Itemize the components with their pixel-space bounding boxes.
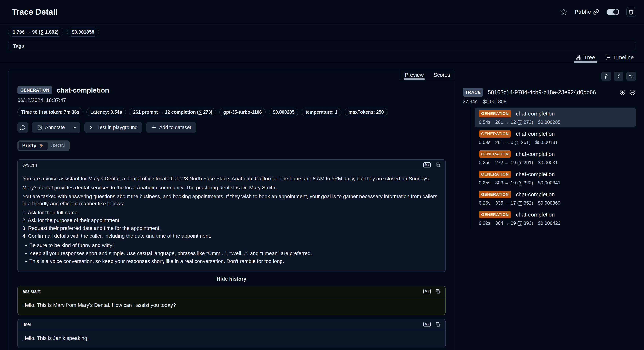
annotate-button[interactable]: Annotate bbox=[32, 122, 70, 133]
message-bullet-list: Be sure to be kind of funny and witty!Ke… bbox=[22, 242, 440, 265]
add-to-dataset-button[interactable]: Add to dataset bbox=[146, 122, 196, 133]
observation-meta-badges: Time to first token: 7m 36sLatency: 0.54… bbox=[18, 108, 446, 116]
show-percentages-button[interactable] bbox=[626, 72, 636, 81]
tree-item-header: GENERATIONchat-completion bbox=[479, 211, 632, 218]
tree-panel-toolbar bbox=[462, 72, 636, 81]
copy-icon[interactable] bbox=[435, 322, 440, 327]
tree-observation-item[interactable]: GENERATIONchat-completion0.54s261 → 12 (… bbox=[475, 108, 636, 127]
message-content: You are a voice assistant for Mary's Den… bbox=[18, 170, 445, 272]
tree-observation-item[interactable]: GENERATIONchat-completion0.09s261 → 0 (∑… bbox=[475, 128, 636, 148]
annotate-dropdown-chevron[interactable] bbox=[70, 122, 80, 133]
observation-meta-badge: maxTokens: 250 bbox=[344, 108, 388, 116]
annotations-button[interactable] bbox=[602, 72, 611, 81]
tab-tree-label: Tree bbox=[584, 54, 595, 60]
bullet-item: This is a voice conversation, so keep yo… bbox=[29, 258, 440, 265]
tree-observation-item[interactable]: GENERATIONchat-completion0.26s335 → 17 (… bbox=[475, 188, 636, 208]
tab-scores[interactable]: Scores bbox=[434, 70, 450, 80]
tree-observation-item[interactable]: GENERATIONchat-completion0.32s364 → 29 (… bbox=[475, 209, 636, 228]
tree-observation-item[interactable]: GENERATIONchat-completion0.25s303 → 19 (… bbox=[475, 168, 636, 188]
tree-item-duration: 0.32s bbox=[479, 220, 490, 226]
tree-item-duration: 0.25s bbox=[479, 160, 490, 166]
message-content: Hello. This is Mary from Mary's Dental. … bbox=[18, 297, 445, 315]
sparkles-icon bbox=[38, 143, 44, 148]
bullet-item: Keep all your responses short and simple… bbox=[29, 250, 440, 257]
message-content: Hello. This is Janik speaking. bbox=[18, 330, 445, 348]
tree-item-cost: $0.00031 bbox=[538, 160, 558, 166]
trace-summary-badge: 1,796 → 96 (∑ 1,892) bbox=[8, 28, 63, 36]
tab-timeline[interactable]: Timeline bbox=[605, 52, 634, 62]
trace-id: 50163c14-9784-4cb9-b18e-23e924d0bb66 bbox=[488, 89, 596, 96]
tree-item-stats: 0.25s303 → 19 (∑ 322)$0.000341 bbox=[479, 180, 632, 186]
copy-icon[interactable] bbox=[435, 162, 440, 168]
message-paragraph: You are tasked with answering questions … bbox=[22, 193, 440, 207]
terminal-icon bbox=[89, 125, 95, 130]
comments-button[interactable] bbox=[18, 122, 28, 133]
tree-item-cost: $0.000285 bbox=[538, 119, 560, 125]
tree-item-stats: 0.26s335 → 17 (∑ 352)$0.000369 bbox=[479, 200, 632, 206]
tree-item-stats: 0.09s261 → 0 (∑ 261)$0.000131 bbox=[479, 140, 632, 145]
tree-item-header: GENERATIONchat-completion bbox=[479, 170, 632, 178]
message-header-icons: M↓ bbox=[423, 289, 440, 294]
observation-meta-badge: Latency: 0.54s bbox=[86, 108, 126, 116]
message-paragraph: Mary's dental provides dental services t… bbox=[22, 184, 440, 191]
tags-editor[interactable]: Tags bbox=[8, 40, 636, 52]
tree-item-header: GENERATIONchat-completion bbox=[479, 110, 632, 117]
public-share-group: Public bbox=[575, 9, 599, 15]
markdown-toggle-icon[interactable]: M↓ bbox=[423, 289, 431, 294]
message-header: assistantM↓ bbox=[18, 286, 445, 297]
trace-root-row[interactable]: TRACE 50163c14-9784-4cb9-b18e-23e924d0bb… bbox=[462, 88, 636, 96]
tree-item-name: chat-completion bbox=[516, 171, 555, 178]
percent-icon bbox=[628, 74, 634, 79]
message-numbered-lines: 1. Ask for their full name.2. Ask for th… bbox=[22, 209, 440, 240]
hide-history-button[interactable]: Hide history bbox=[18, 276, 446, 282]
annotate-label: Annotate bbox=[45, 125, 65, 130]
page-header: Trace Detail Public bbox=[0, 0, 644, 24]
observation-header: GENERATION chat-completion 06/12/2024, 1… bbox=[8, 70, 455, 133]
content-area: Preview Scores GENERATION chat-completio… bbox=[0, 70, 644, 350]
annotate-split-button: Annotate bbox=[32, 122, 80, 133]
format-json-segment[interactable]: JSON bbox=[48, 142, 69, 150]
test-in-playground-button[interactable]: Test in playground bbox=[84, 122, 142, 133]
bullet-item: Be sure to be kind of funny and witty! bbox=[29, 242, 440, 249]
tab-preview-label: Preview bbox=[405, 72, 424, 78]
message-paragraph: Hello. This is Mary from Mary's Dental. … bbox=[22, 302, 440, 309]
collapse-all-icon[interactable] bbox=[629, 89, 636, 96]
tree-item-duration: 0.09s bbox=[479, 140, 490, 145]
tree-observation-item[interactable]: GENERATIONchat-completion0.25s272 → 19 (… bbox=[475, 148, 636, 168]
observation-title-row: GENERATION chat-completion bbox=[18, 86, 446, 94]
message-paragraph: Hello. This is Janik speaking. bbox=[22, 335, 440, 342]
trace-cost: $0.001858 bbox=[483, 99, 506, 104]
observation-meta-badge: temperature: 1 bbox=[302, 108, 341, 116]
message-header: systemM↓ bbox=[18, 160, 445, 170]
delete-trace-button[interactable] bbox=[626, 7, 636, 17]
markdown-toggle-icon[interactable]: M↓ bbox=[423, 322, 431, 327]
expand-all-icon[interactable] bbox=[619, 89, 626, 96]
trace-detail-page: Trace Detail Public 1,796 → 96 (∑ 1,892)… bbox=[0, 0, 644, 350]
public-label: Public bbox=[575, 9, 591, 15]
message-header-icons: M↓ bbox=[423, 162, 440, 168]
numbered-line: 3. Request their preferred date and time… bbox=[22, 225, 440, 232]
copy-icon[interactable] bbox=[435, 289, 440, 294]
header-actions: Public bbox=[560, 7, 636, 17]
public-toggle[interactable] bbox=[606, 9, 619, 15]
award-icon bbox=[604, 74, 609, 79]
tree-item-tokens: 335 → 17 (∑ 352) bbox=[495, 200, 533, 206]
markdown-toggle-icon[interactable]: M↓ bbox=[423, 162, 431, 168]
trace-stats: 27.34s $0.001858 bbox=[462, 99, 636, 104]
generation-type-badge: GENERATION bbox=[479, 191, 511, 198]
tab-tree[interactable]: Tree bbox=[576, 52, 595, 62]
format-pretty-segment[interactable]: Pretty bbox=[18, 142, 48, 150]
trace-duration: 27.34s bbox=[462, 99, 478, 104]
collapse-all-button[interactable] bbox=[614, 72, 624, 81]
numbered-line: 1. Ask for their full name. bbox=[22, 209, 440, 216]
toggle-knob bbox=[613, 9, 618, 14]
comment-bubble-icon bbox=[20, 124, 26, 130]
message-assistant: assistantM↓Hello. This is Mary from Mary… bbox=[18, 286, 446, 315]
page-title: Trace Detail bbox=[12, 7, 58, 16]
tab-preview[interactable]: Preview bbox=[405, 70, 424, 80]
tree-item-cost: $0.000422 bbox=[538, 220, 560, 226]
share-link-icon[interactable] bbox=[593, 9, 599, 15]
bookmark-star-icon[interactable] bbox=[560, 8, 568, 16]
trash-icon bbox=[628, 9, 634, 15]
chevron-down-icon bbox=[73, 125, 78, 130]
